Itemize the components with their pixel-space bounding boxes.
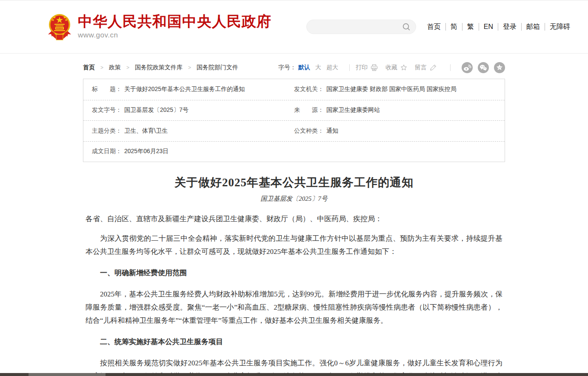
document-number: 国卫基层发〔2025〕7号	[0, 195, 588, 203]
meta-row: 主题分类： 卫生、体育\卫生 公文种类： 通知	[83, 120, 505, 141]
site-url: www.gov.cn	[78, 31, 271, 40]
tools-divider	[450, 64, 451, 71]
article-tools: 字号： 默认 大 超大 打印 收藏 留言	[278, 62, 505, 73]
meta-value: 通知	[326, 127, 338, 135]
document-title: 关于做好2025年基本公共卫生服务工作的通知	[0, 175, 588, 190]
weibo-icon	[463, 63, 471, 72]
font-size-label: 字号：	[278, 64, 296, 71]
search-input[interactable]	[314, 23, 402, 31]
font-size-large[interactable]: 大	[315, 64, 321, 71]
site-header: 中华人民共和国中央人民政府 www.gov.cn 首页 简 繁 EN 登录	[0, 0, 588, 54]
nav-link-english[interactable]: EN	[479, 23, 498, 31]
comment-button[interactable]: 留言	[415, 64, 437, 71]
gov-logo[interactable]: 中华人民共和国中央人民政府 www.gov.cn	[48, 13, 271, 40]
horizontal-scrollbar[interactable]	[0, 373, 588, 376]
meta-cell-title: 标 题： 关于做好2025年基本公共卫生服务工作的通知	[83, 85, 294, 93]
meta-cell-date: 成文日期： 2025年06月23日	[83, 148, 294, 155]
meta-label: 成文日期：	[92, 148, 122, 155]
meta-value: 卫生、体育\卫生	[124, 127, 168, 135]
nav-link-login[interactable]: 登录	[498, 23, 521, 31]
breadcrumb-separator-icon: >	[100, 65, 103, 71]
meta-label: 发文字号：	[92, 106, 122, 114]
meta-value: 国家卫生健康委网站	[326, 106, 380, 114]
search-icon	[402, 23, 411, 31]
tools-divider	[349, 64, 350, 71]
font-size-xlarge[interactable]: 超大	[326, 64, 338, 71]
meta-cell-doc-number: 发文字号： 国卫基层发〔2025〕7号	[83, 106, 294, 114]
meta-label: 发文机关：	[294, 85, 324, 93]
top-nav: 首页 简 繁 EN 登录 邮箱 无障碍	[427, 23, 570, 31]
breadcrumb-home[interactable]: 首页	[83, 64, 95, 71]
paragraph-salutation: 各省、自治区、直辖市及新疆生产建设兵团卫生健康委、财政厅（局）、中医药局、疾控局…	[86, 212, 502, 225]
header-inner: 中华人民共和国中央人民政府 www.gov.cn 首页 简 繁 EN 登录	[48, 0, 570, 53]
comment-label: 留言	[415, 64, 427, 71]
meta-row: 成文日期： 2025年06月23日	[83, 141, 505, 162]
body-paragraph: 为深入贯彻党的二十届三中全会精神，落实新时代党的卫生与健康工作方针中以基层为重点…	[86, 232, 502, 258]
pencil-icon	[430, 64, 437, 71]
scrollbar-thumb[interactable]	[29, 373, 106, 376]
breadcrumb-toolbar-row: 首页 > 政策 > 国务院政策文件库 > 国务院部门文件 字号： 默认 大 超大…	[83, 63, 505, 73]
star-icon	[400, 64, 407, 71]
favorite-label: 收藏	[385, 64, 397, 71]
meta-row: 发文字号： 国卫基层发〔2025〕7号 来 源： 国家卫生健康委网站	[83, 100, 505, 121]
document-body: 各省、自治区、直辖市及新疆生产建设兵团卫生健康委、财政厅（局）、中医药局、疾控局…	[86, 212, 502, 376]
meta-label: 标 题：	[92, 85, 122, 93]
section-heading-1: 一、明确新增经费使用范围	[86, 266, 502, 279]
breadcrumb-policy[interactable]: 政策	[109, 64, 121, 71]
meta-value: 2025年06月23日	[124, 148, 168, 155]
logo-text: 中华人民共和国中央人民政府 www.gov.cn	[78, 14, 271, 40]
font-size-default[interactable]: 默认	[298, 64, 310, 71]
header-right: 首页 简 繁 EN 登录 邮箱 无障碍	[306, 20, 570, 34]
nav-link-mail[interactable]: 邮箱	[521, 23, 545, 31]
qzone-icon	[495, 63, 504, 72]
breadcrumb-separator-icon: >	[126, 65, 129, 71]
meta-row: 标 题： 关于做好2025年基本公共卫生服务工作的通知 发文机关： 国家卫生健康…	[83, 79, 505, 100]
share-wechat-button[interactable]	[478, 62, 489, 73]
printer-icon	[371, 64, 378, 71]
meta-cell-doc-type: 公文种类： 通知	[294, 127, 505, 135]
meta-cell-topic-category: 主题分类： 卫生、体育\卫生	[83, 127, 294, 135]
meta-value: 国家卫生健康委 财政部 国家中医药局 国家疾控局	[326, 85, 457, 93]
site-title: 中华人民共和国中央人民政府	[78, 14, 271, 29]
meta-label: 公文种类：	[294, 127, 324, 135]
document-meta-table: 标 题： 关于做好2025年基本公共卫生服务工作的通知 发文机关： 国家卫生健康…	[83, 79, 505, 162]
breadcrumb-policy-library[interactable]: 国务院政策文件库	[135, 64, 183, 71]
wechat-icon	[479, 63, 488, 72]
breadcrumb-separator-icon: >	[188, 65, 191, 71]
meta-label: 主题分类：	[92, 127, 122, 135]
meta-cell-source: 来 源： 国家卫生健康委网站	[294, 106, 505, 114]
print-button[interactable]: 打印	[356, 64, 378, 71]
meta-value: 关于做好2025年基本公共卫生服务工作的通知	[124, 85, 245, 93]
nav-link-accessibility[interactable]: 无障碍	[545, 23, 570, 31]
nav-link-home[interactable]: 首页	[427, 23, 445, 31]
meta-value: 国卫基层发〔2025〕7号	[124, 106, 188, 114]
breadcrumb: 首页 > 政策 > 国务院政策文件库 > 国务院部门文件	[83, 64, 238, 71]
national-emblem-icon	[48, 13, 71, 40]
nav-link-traditional[interactable]: 繁	[462, 23, 479, 31]
meta-cell-issuing-agency: 发文机关： 国家卫生健康委 财政部 国家中医药局 国家疾控局	[294, 85, 505, 93]
breadcrumb-department-documents[interactable]: 国务院部门文件	[197, 64, 238, 71]
share-qzone-button[interactable]	[494, 62, 505, 73]
print-label: 打印	[356, 64, 368, 71]
nav-link-simplified[interactable]: 简	[445, 23, 462, 31]
section-heading-2: 二、统筹实施好基本公共卫生服务项目	[86, 335, 502, 348]
search-bar[interactable]	[306, 20, 416, 34]
body-paragraph: 2025年，基本公共卫生服务经费人均财政补助标准增加5元，达到99元。新增经费用…	[86, 288, 502, 327]
meta-label: 来 源：	[294, 106, 324, 114]
share-weibo-button[interactable]	[462, 62, 473, 73]
search-button[interactable]	[402, 23, 411, 31]
favorite-button[interactable]: 收藏	[385, 64, 407, 71]
